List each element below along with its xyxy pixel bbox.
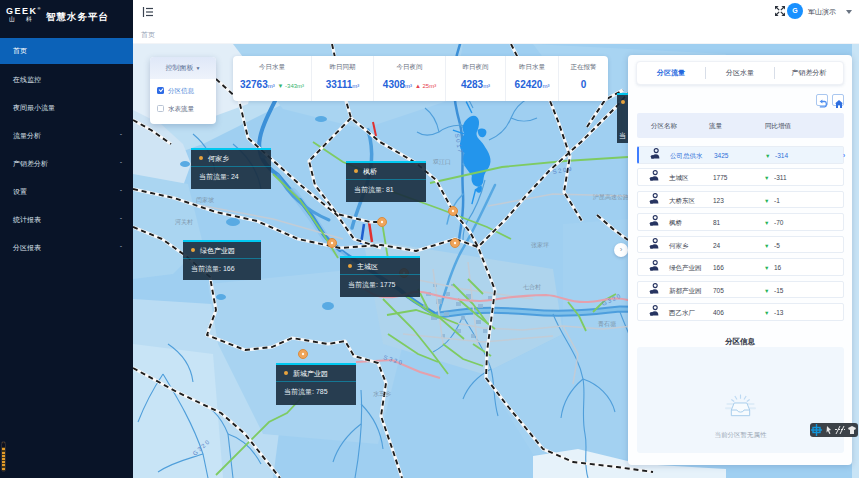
- svg-text:青石塘: 青石塘: [598, 320, 616, 328]
- svg-text:沪昆高速公路: 沪昆高速公路: [592, 193, 629, 201]
- svg-text:七合村: 七合村: [523, 284, 541, 291]
- svg-text:双江口: 双江口: [433, 158, 451, 166]
- svg-text:张家坪: 张家坪: [531, 241, 549, 249]
- svg-text:闫家坡: 闫家坡: [196, 196, 214, 204]
- svg-text:水车乡: 水车乡: [373, 390, 391, 397]
- svg-text:河关村: 河关村: [175, 218, 193, 226]
